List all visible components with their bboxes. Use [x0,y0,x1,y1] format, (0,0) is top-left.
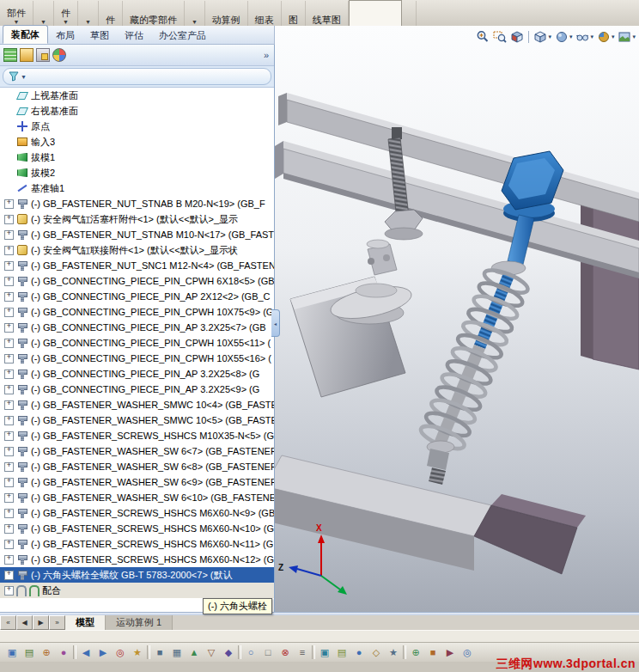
expand-toggle-icon[interactable] [4,431,14,441]
ribbon-button[interactable]: 件 ▼ [54,1,78,26]
toolbar-icon[interactable]: ⊕ [39,645,54,660]
expand-toggle-icon[interactable] [4,215,14,224]
toolbar-icon[interactable]: ⊕ [408,645,423,660]
tree-item[interactable]: (-) GB_CONNECTING_PIECE_PIN_CPWH 6X18<5>… [0,273,274,289]
tree-item[interactable]: 上视基准面 [0,88,274,103]
tree-item[interactable]: (-) GB_FASTENER_NUT_STNAB B M20-N<19> (G… [0,196,274,211]
expand-toggle-icon[interactable] [4,230,14,240]
ribbon-button[interactable]: ▼ [78,1,99,26]
tree-item[interactable]: (-) GB_CONNECTING_PIECE_PIN_CPWH 10X75<9… [0,304,274,320]
toolbar-icon[interactable]: ▤ [334,645,350,660]
toolbar-icon[interactable]: ▦ [169,645,185,660]
tree-item[interactable]: (-) 安全阀气缸联接附件<1> (默认<<默认>_显示状 [0,242,274,258]
expand-toggle-icon[interactable] [4,400,14,410]
expand-toggle-icon[interactable] [4,246,14,255]
tree-item[interactable]: (-) GB_FASTENER_SCREWS_HSHCS M6X60-N<12>… [0,552,274,567]
edit-appearance-icon[interactable] [596,29,616,45]
ribbon-button[interactable]: 部件 ▼ [0,1,33,26]
ribbon-button[interactable]: ▼ [33,1,54,26]
zoom-area-icon[interactable] [492,29,508,45]
toolbar-icon[interactable]: ★ [386,645,401,660]
toolbar-icon[interactable]: ● [56,645,71,660]
ribbon-button[interactable]: 图 [282,1,306,26]
ribbon-button[interactable]: 细表 [248,1,282,26]
tree-item[interactable]: 右视基准面 [0,103,274,119]
tree-item[interactable]: 基准轴1 [0,180,274,196]
configuration-manager-icon[interactable] [36,48,50,62]
tree-item[interactable]: (-) GB_FASTENER_WASHER_SMWC 10<5> (GB_FA… [0,412,274,428]
expand-toggle-icon[interactable] [4,308,14,317]
expand-toggle-icon[interactable] [4,277,14,286]
tab-scroll-button[interactable]: ◀ [16,615,33,630]
commandmanager-tab[interactable]: 评估 [117,27,151,44]
tab-scroll-button[interactable]: « [0,615,16,630]
tab-scroll-button[interactable]: » [49,615,65,630]
expand-toggle-icon[interactable] [4,416,14,425]
expand-toggle-icon[interactable] [4,292,14,302]
ribbon-button[interactable]: 件 [99,1,123,26]
tree-item[interactable]: (-) GB_CONNECTING_PIECE_PIN_CPWH 10X55<1… [0,335,274,351]
toolbar-icon[interactable]: ★ [130,645,145,660]
expand-toggle-icon[interactable] [4,447,14,456]
panel-collapse-arrow-icon[interactable]: ◂ [271,309,280,337]
commandmanager-tab[interactable]: 办公室产品 [151,27,214,44]
toolbar-icon[interactable]: ▶ [95,645,111,660]
tree-item[interactable]: (-) GB_FASTENER_SCREWS_HSHCS M10X35-N<5>… [0,428,274,443]
tree-item[interactable]: (-) 安全阀气缸活塞杆附件<1> (默认<<默认>_显示 [0,211,274,227]
expand-toggle-icon[interactable] [4,524,14,534]
display-style-icon[interactable] [554,29,574,45]
tab-scroll-button[interactable]: ▶ [33,615,49,630]
property-manager-icon[interactable] [20,48,33,62]
commandmanager-tab[interactable]: 布局 [48,27,82,44]
toolbar-icon[interactable]: □ [260,645,276,660]
expand-toggle-icon[interactable] [4,540,14,549]
filter-dropdown-arrow-icon[interactable]: ▼ [21,74,27,80]
expand-toggle-icon[interactable] [4,339,14,348]
view-orientation-icon[interactable] [532,29,552,45]
expand-toggle-icon[interactable] [4,354,14,363]
ribbon-button[interactable]: 藏的零部件 [123,1,185,26]
tree-item[interactable]: (-) GB_CONNECTING_PIECE_PIN_AP 3.2X25<9>… [0,382,274,397]
ribbon-button[interactable] [349,0,402,26]
toolbar-icon[interactable] [73,645,76,659]
tree-item[interactable]: (-) GB_FASTENER_WASHER_SW 6<10> (GB_FAST… [0,490,274,505]
toolbar-icon[interactable] [147,645,150,659]
tree-item[interactable]: (-) GB_FASTENER_NUT_SNC1 M12-N<4> (GB_FA… [0,258,274,273]
tree-item[interactable]: (-) GB_FASTENER_NUT_STNAB M10-N<17> (GB_… [0,227,274,242]
tree-item[interactable]: (-) GB_FASTENER_WASHER_SW 6<8> (GB_FASTE… [0,459,274,474]
expand-toggle-icon[interactable] [4,478,14,487]
feature-tree-icon[interactable] [3,48,17,62]
toolbar-icon[interactable]: ▣ [4,645,20,660]
commandmanager-tab[interactable]: 草图 [82,27,117,44]
ribbon-button[interactable]: ▼ [185,1,205,26]
toolbar-icon[interactable] [238,645,241,659]
toolbar-icon[interactable]: ▽ [204,645,219,660]
study-tab[interactable]: 模型 [65,615,106,630]
toolbar-icon[interactable]: ▣ [317,645,332,660]
graphics-viewport[interactable]: X Z [275,26,639,612]
toolbar-icon[interactable]: ■ [425,645,441,660]
tree-item[interactable]: (-) GB_FASTENER_SCREWS_HSHCS M6X60-N<10>… [0,521,274,536]
toolbar-icon[interactable]: ▲ [186,645,202,660]
toolbar-icon[interactable]: ◀ [78,645,94,660]
hide-show-items-icon[interactable] [575,29,594,45]
tree-item[interactable]: 输入3 [0,134,274,150]
tree-item[interactable]: (-) GB_FASTENER_WASHER_SW 6<7> (GB_FASTE… [0,443,274,459]
expand-toggle-icon[interactable] [4,323,14,333]
expand-toggle-icon[interactable] [4,370,14,379]
toolbar-icon[interactable]: ◎ [113,645,128,660]
expand-toggle-icon[interactable] [4,261,14,271]
section-view-icon[interactable] [509,29,525,45]
tree-item[interactable]: (-) GB_CONNECTING_PIECE_PIN_AP 3.2X25<7>… [0,320,274,335]
ribbon-button[interactable]: 动算例 [205,1,248,26]
toolbar-icon[interactable]: ○ [243,645,259,660]
expand-toggle-icon[interactable] [4,493,14,503]
expand-toggle-icon[interactable] [4,199,14,209]
expand-toggle-icon[interactable] [4,571,14,580]
tree-item[interactable]: 拔模2 [0,165,274,180]
ribbon-button[interactable] [402,1,417,26]
tree-item[interactable]: 拔模1 [0,150,274,165]
expand-toggle-icon[interactable] [4,385,14,394]
tree-item[interactable]: 原点 [0,119,274,134]
ribbon-button[interactable]: 线草图 [306,1,349,26]
